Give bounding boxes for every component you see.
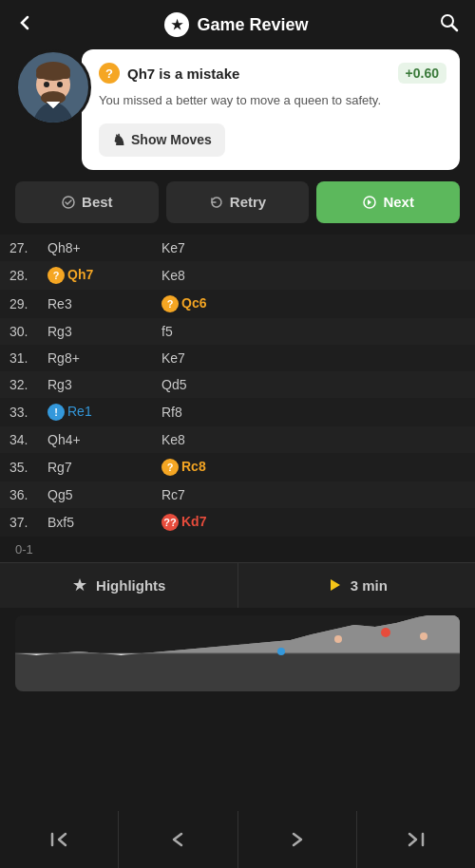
move-number: 35. <box>0 453 38 481</box>
table-row: 35. Rg7 ?Rc8 <box>0 453 475 481</box>
move-number: 32. <box>0 371 38 398</box>
table-row: 33. !Re1 Rf8 <box>0 398 475 426</box>
table-row: 37. Bxf5 ??Kd7 <box>0 508 475 537</box>
retry-label: Retry <box>230 194 266 210</box>
svg-point-6 <box>44 82 49 87</box>
badge-mistake: ? <box>162 459 179 476</box>
nav-first-button[interactable] <box>0 811 119 868</box>
badge-info: ! <box>48 404 65 421</box>
page-title: Game Review <box>197 15 308 35</box>
svg-point-14 <box>334 635 342 643</box>
svg-point-13 <box>277 648 285 655</box>
move-white[interactable]: Rg3 <box>38 371 152 398</box>
star-icon: ★ <box>164 12 189 37</box>
toast-description: You missed a better way to move a queen … <box>99 91 446 110</box>
next-button[interactable]: Next <box>316 181 460 223</box>
move-white[interactable]: Re3 <box>38 290 152 318</box>
move-white[interactable]: Qh4+ <box>38 426 152 453</box>
search-button[interactable] <box>439 12 460 38</box>
badge-mistake: ? <box>162 295 179 312</box>
nav-prev-button[interactable] <box>119 811 238 868</box>
move-number: 31. <box>0 345 38 371</box>
next-label: Next <box>383 194 414 210</box>
score-badge: +0.60 <box>398 63 446 84</box>
move-black[interactable]: Rf8 <box>152 398 266 426</box>
move-white[interactable]: Bxf5 <box>38 508 152 537</box>
nav-bar <box>0 811 475 868</box>
retry-button[interactable]: Retry <box>166 181 310 223</box>
action-row: Best Retry Next <box>0 181 475 235</box>
move-black[interactable]: Ke8 <box>152 426 266 453</box>
highlights-label: Highlights <box>96 577 165 594</box>
moves-table: 27. Qh8+ Ke7 28. ?Qh7 Ke8 29. Re3 ?Qc6 3… <box>0 235 475 537</box>
move-white[interactable]: Rg7 <box>38 453 152 481</box>
move-number: 28. <box>0 261 38 290</box>
table-row: 36. Qg5 Rc7 <box>0 481 475 508</box>
timer-button[interactable]: 3 min <box>238 563 476 608</box>
svg-point-7 <box>57 82 63 87</box>
svg-point-15 <box>381 628 390 637</box>
back-button[interactable] <box>15 13 34 37</box>
move-black[interactable]: Ke8 <box>152 261 266 290</box>
table-row: 27. Qh8+ Ke7 <box>0 235 475 261</box>
move-white[interactable]: Rg3 <box>38 318 152 345</box>
nav-next-button[interactable] <box>238 811 357 868</box>
mistake-icon: ? <box>99 63 120 84</box>
move-black[interactable]: Ke7 <box>152 345 266 371</box>
move-black[interactable]: Ke7 <box>152 235 266 261</box>
badge-blunder: ?? <box>162 514 179 531</box>
move-black[interactable]: f5 <box>152 318 266 345</box>
table-row: 29. Re3 ?Qc6 <box>0 290 475 318</box>
move-black[interactable]: ?Qc6 <box>152 290 266 318</box>
move-black[interactable]: ??Kd7 <box>152 508 266 537</box>
header: ★ Game Review <box>0 0 475 49</box>
table-row: 30. Rg3 f5 <box>0 318 475 345</box>
show-moves-label: Show Moves <box>131 132 212 147</box>
move-black[interactable]: ?Rc8 <box>152 453 266 481</box>
highlights-button[interactable]: Highlights <box>0 563 238 608</box>
move-number: 30. <box>0 318 38 345</box>
move-number: 33. <box>0 398 38 426</box>
timer-label: 3 min <box>351 577 388 594</box>
table-row: 32. Rg3 Qd5 <box>0 371 475 398</box>
svg-point-16 <box>420 632 428 640</box>
show-moves-button[interactable]: ♞ Show Moves <box>99 123 225 157</box>
toast-header: ? Qh7 is a mistake +0.60 <box>99 63 446 84</box>
header-title: ★ Game Review <box>164 12 308 37</box>
chart-svg <box>15 615 460 691</box>
move-white[interactable]: Rg8+ <box>38 345 152 371</box>
score-label: 0-1 <box>15 542 33 557</box>
badge-mistake: ? <box>48 267 65 284</box>
move-number: 27. <box>0 235 38 261</box>
svg-rect-4 <box>36 71 70 79</box>
move-black[interactable]: Qd5 <box>152 371 266 398</box>
table-row: 34. Qh4+ Ke8 <box>0 426 475 453</box>
toast-title: Qh7 is a mistake <box>127 66 239 82</box>
svg-marker-10 <box>331 579 340 591</box>
move-number: 36. <box>0 481 38 508</box>
best-button[interactable]: Best <box>15 181 159 223</box>
best-label: Best <box>82 194 113 210</box>
move-number: 29. <box>0 290 38 318</box>
moves-table-container: 27. Qh8+ Ke7 28. ?Qh7 Ke8 29. Re3 ?Qc6 3… <box>0 235 475 537</box>
move-white[interactable]: Qg5 <box>38 481 152 508</box>
nav-last-button[interactable] <box>357 811 475 868</box>
move-number: 37. <box>0 508 38 537</box>
move-black[interactable]: Rc7 <box>152 481 266 508</box>
score-row: 0-1 <box>0 537 475 562</box>
table-row: 31. Rg8+ Ke7 <box>0 345 475 371</box>
chart-area <box>15 615 460 691</box>
move-white[interactable]: !Re1 <box>38 398 152 426</box>
table-row: 28. ?Qh7 Ke8 <box>0 261 475 290</box>
highlights-row: Highlights 3 min <box>0 562 475 608</box>
move-number: 34. <box>0 426 38 453</box>
move-white[interactable]: ?Qh7 <box>38 261 152 290</box>
move-white[interactable]: Qh8+ <box>38 235 152 261</box>
